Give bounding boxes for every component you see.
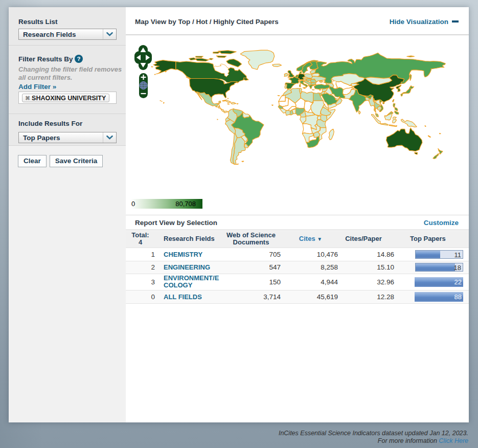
svg-text:?: ? [77,56,81,62]
